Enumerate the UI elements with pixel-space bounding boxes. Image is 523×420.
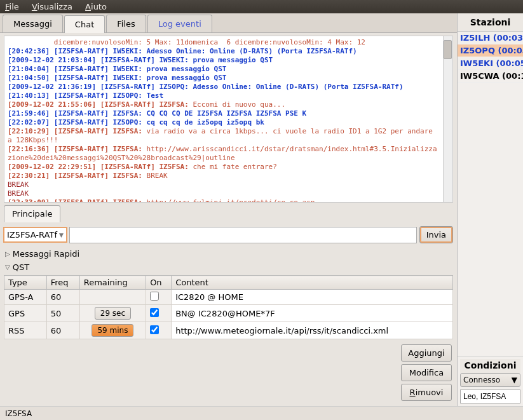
col-content[interactable]: Content (172, 276, 453, 290)
connection-state-selector[interactable]: Connesso ▼ (460, 373, 520, 387)
qst-label: QST (13, 262, 29, 272)
qst-on-checkbox[interactable] (150, 308, 159, 317)
qst-add-button[interactable]: Aggiungi (401, 344, 452, 362)
tab-chat[interactable]: Chat (64, 15, 105, 33)
menubar: File Visualizza Aiuto (0, 0, 523, 13)
qst-edit-button[interactable]: Modifica (401, 364, 452, 381)
dropdown-icon: ▼ (512, 376, 517, 384)
station-item[interactable]: IW5CWA (00:19) (458, 70, 523, 83)
table-row[interactable]: GPS-A60IC2820 @ HOME (4, 290, 453, 305)
tab-files[interactable]: Files (106, 15, 146, 32)
callsign-value: IZ5FSA-RATf (7, 230, 57, 240)
station-item[interactable]: IZ5ILH (00:03) (458, 32, 523, 44)
send-button[interactable]: Invia (419, 226, 453, 243)
expand-right-icon: ▷ (5, 250, 10, 257)
chat-log: dicembre:nuvolosoMin: 5 Max: 11domenica … (4, 36, 453, 203)
table-row[interactable]: RSS6059 minshttp://www.meteogiornale.it/… (4, 322, 453, 339)
tab-messages[interactable]: Messaggi (3, 15, 63, 32)
stations-header: Stazioni (458, 13, 523, 32)
qst-expander[interactable]: ▽ QST (0, 261, 457, 274)
menu-view[interactable]: Visualizza (32, 2, 72, 11)
dropdown-icon: ▼ (59, 232, 64, 238)
col-freq[interactable]: Freq (46, 276, 79, 290)
menu-file[interactable]: File (5, 2, 19, 11)
station-item[interactable]: IZ5OPQ (00:03) (458, 44, 523, 57)
status-text-input[interactable] (460, 390, 520, 403)
menu-help[interactable]: Aiuto (85, 2, 107, 11)
col-on[interactable]: On (146, 276, 172, 290)
main-tabs: Messaggi Chat Files Log eventi (0, 13, 457, 33)
channel-tab-main[interactable]: Principale (4, 205, 60, 222)
connection-state-value: Connesso (463, 376, 500, 384)
quick-messages-expander[interactable]: ▷ Messaggi Rapidi (0, 247, 457, 261)
callsign-selector[interactable]: IZ5FSA-RATf ▼ (4, 227, 67, 242)
scrollbar-thumb[interactable] (444, 40, 452, 59)
station-item[interactable]: IW5EKI (00:05) (458, 57, 523, 70)
table-row[interactable]: GPS5029 secBN@ IC2820@HOME*7F (4, 305, 453, 322)
col-remaining[interactable]: Remaining (79, 276, 146, 290)
status-bar: IZ5FSA (0, 406, 523, 420)
scrollbar[interactable] (443, 36, 452, 202)
quick-messages-label: Messaggi Rapidi (13, 249, 79, 259)
expand-down-icon: ▽ (5, 264, 10, 271)
conditions-header: Condizioni (460, 359, 520, 373)
qst-on-checkbox[interactable] (150, 292, 159, 301)
qst-on-checkbox[interactable] (150, 325, 159, 334)
qst-remove-button[interactable]: Rimuovi (401, 384, 452, 401)
tab-events[interactable]: Log eventi (147, 15, 212, 32)
chat-input[interactable] (69, 227, 417, 243)
qst-table: Type Freq Remaining On Content GPS-A60IC… (4, 275, 453, 339)
stations-list: IZ5ILH (00:03)IZ5OPQ (00:03)IW5EKI (00:0… (458, 32, 523, 356)
channel-tabs: Principale (0, 204, 457, 222)
col-type[interactable]: Type (4, 276, 47, 290)
